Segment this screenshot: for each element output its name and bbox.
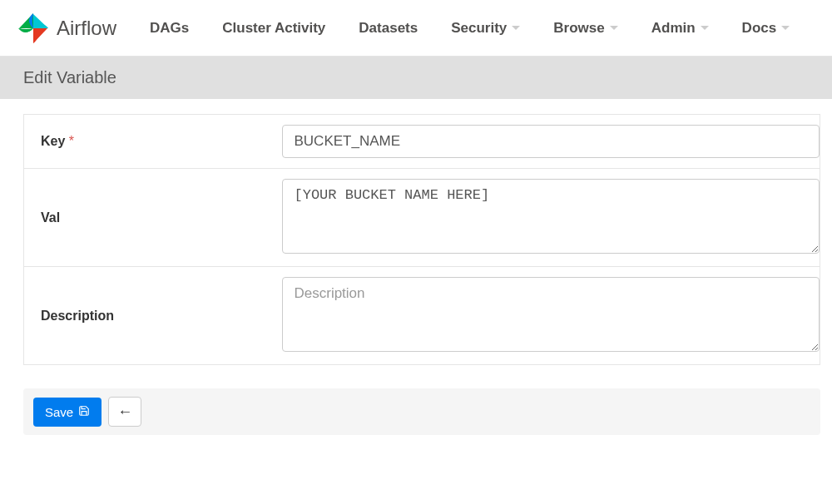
arrow-left-icon: ← <box>117 404 132 419</box>
brand-name: Airflow <box>57 17 116 40</box>
nav-label: Browse <box>553 20 604 37</box>
airflow-logo-icon <box>17 12 50 45</box>
required-indicator: * <box>69 134 74 148</box>
nav-label: Security <box>451 20 507 37</box>
nav-items: DAGs Cluster Activity Datasets Security … <box>150 20 790 37</box>
navbar: Airflow DAGs Cluster Activity Datasets S… <box>0 0 832 57</box>
form-row-description: Description <box>24 267 820 365</box>
val-label: Val <box>41 210 60 225</box>
val-input[interactable]: [YOUR BUCKET NAME HERE] <box>282 179 820 254</box>
nav-label: DAGs <box>150 20 189 37</box>
brand[interactable]: Airflow <box>17 12 116 45</box>
nav-label: Admin <box>651 20 696 37</box>
description-label: Description <box>41 309 114 323</box>
nav-datasets[interactable]: Datasets <box>359 20 418 37</box>
nav-admin[interactable]: Admin <box>651 20 709 37</box>
nav-label: Docs <box>742 20 777 37</box>
chevron-down-icon <box>781 26 790 30</box>
form-row-key: Key * <box>24 115 820 169</box>
nav-browse[interactable]: Browse <box>553 20 617 37</box>
page-title: Edit Variable <box>0 57 832 99</box>
save-icon <box>78 405 90 419</box>
save-label: Save <box>45 405 73 419</box>
description-input[interactable] <box>282 277 820 352</box>
nav-security[interactable]: Security <box>451 20 520 37</box>
chevron-down-icon <box>701 26 709 30</box>
nav-label: Datasets <box>359 20 418 37</box>
save-button[interactable]: Save <box>33 398 102 427</box>
chevron-down-icon <box>610 26 618 30</box>
nav-cluster-activity[interactable]: Cluster Activity <box>222 20 325 37</box>
key-label: Key <box>41 134 65 148</box>
nav-dags[interactable]: DAGs <box>150 20 189 37</box>
key-input[interactable] <box>282 125 820 158</box>
chevron-down-icon <box>512 26 520 30</box>
actions-bar: Save ← <box>23 388 820 435</box>
form-row-val: Val [YOUR BUCKET NAME HERE] <box>24 169 820 267</box>
back-button[interactable]: ← <box>108 397 141 427</box>
nav-docs[interactable]: Docs <box>742 20 790 37</box>
nav-label: Cluster Activity <box>222 20 325 37</box>
edit-variable-form: Key * Val [YOUR BUCKET NAME HERE] Descri… <box>23 114 820 365</box>
